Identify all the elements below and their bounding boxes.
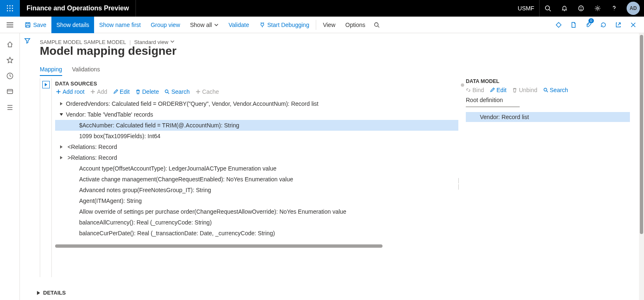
svg-point-5 xyxy=(12,8,13,9)
show-details-button[interactable]: Show details xyxy=(51,17,94,33)
ds-search-button[interactable]: Search xyxy=(165,88,189,95)
svg-point-1 xyxy=(10,5,11,7)
add-root-button[interactable]: Add root xyxy=(56,88,85,95)
edit-label: Edit xyxy=(120,88,130,95)
add-root-label: Add root xyxy=(63,88,85,95)
cache-label: Cache xyxy=(202,88,219,95)
dm-edit-label: Edit xyxy=(496,87,506,93)
recent-icon[interactable] xyxy=(0,68,20,84)
start-debugging-button[interactable]: Start Debugging xyxy=(254,17,314,33)
svg-point-15 xyxy=(614,10,614,10)
group-view-button[interactable]: Group view xyxy=(146,17,185,33)
splitter-dot xyxy=(461,83,464,87)
unbind-label: Unbind xyxy=(519,87,537,93)
save-button[interactable]: Save xyxy=(20,17,51,33)
show-all-button[interactable]: Show all xyxy=(185,17,224,33)
gear-icon[interactable] xyxy=(589,0,606,17)
save-label: Save xyxy=(33,22,46,28)
main: SAMPLE MODEL SAMPLE MODEL | Standard vie… xyxy=(35,33,639,300)
favorite-icon[interactable] xyxy=(0,52,20,68)
validate-button[interactable]: Validate xyxy=(223,17,254,33)
ap-diamond-icon[interactable] xyxy=(551,17,566,33)
tree-row[interactable]: balanceAllCurrency(): Real (_currencyCod… xyxy=(55,217,458,228)
tree-row[interactable]: Vendor: Table 'VendTable' records xyxy=(55,109,458,120)
tree-row[interactable]: Account type(OffsetAccountType): LedgerJ… xyxy=(55,163,458,174)
add-button: Add xyxy=(90,88,107,95)
splitter[interactable] xyxy=(456,178,461,190)
options-tab[interactable]: Options xyxy=(340,17,370,33)
datamodel-row-label: Vendor: Record list xyxy=(480,114,529,120)
view-tab[interactable]: View xyxy=(318,17,340,33)
show-name-first-button[interactable]: Show name first xyxy=(94,17,145,33)
svg-point-13 xyxy=(582,7,582,8)
root-definition-label: Root definition xyxy=(466,97,634,103)
tree-row-label: balanceAllCurrency(): Real (_currencyCod… xyxy=(79,219,212,226)
bell-icon[interactable] xyxy=(556,0,573,17)
ap-document-icon[interactable] xyxy=(566,17,581,33)
edit-button[interactable]: Edit xyxy=(113,88,130,95)
options-label: Options xyxy=(345,22,365,28)
dm-edit-button[interactable]: Edit xyxy=(490,87,506,93)
tree-row[interactable]: OrderedVendors: Calculated field = ORDER… xyxy=(55,98,458,109)
tree-row[interactable]: balanceCurPerDate(): Real (_transactionD… xyxy=(55,228,458,239)
svg-line-39 xyxy=(168,93,169,94)
tree-row[interactable]: 1099 box(Tax1099Fields): Int64 xyxy=(55,131,458,141)
ds-horizontal-scroll[interactable] xyxy=(55,244,392,249)
bind-button: Bind xyxy=(466,87,484,93)
tab-mapping[interactable]: Mapping xyxy=(40,63,62,76)
designer: DATA SOURCES Add root Add xyxy=(40,78,639,277)
svg-point-7 xyxy=(10,10,11,12)
delete-button[interactable]: Delete xyxy=(136,88,159,95)
tree-row[interactable]: Activate change management(ChangeRequest… xyxy=(55,174,458,185)
tree-row[interactable]: Advanced notes group(FreeNotesGroup_IT):… xyxy=(55,185,458,195)
left-rail xyxy=(0,33,20,300)
page-scrollbar[interactable] xyxy=(639,33,644,300)
workspace-icon[interactable] xyxy=(0,84,20,100)
tree-row[interactable]: <Relations: Record xyxy=(55,141,458,152)
smile-icon[interactable] xyxy=(573,0,589,17)
svg-rect-26 xyxy=(7,90,12,94)
actionpane-search-button[interactable] xyxy=(370,17,383,33)
tree-row-label: $AccNumber: Calculated field = TRIM(@.Ac… xyxy=(79,122,239,129)
filter-icon[interactable] xyxy=(24,37,31,45)
tree-row-label: Allow override of settings per purchase … xyxy=(79,208,346,215)
expand-ds-types-button[interactable] xyxy=(42,81,50,88)
svg-point-42 xyxy=(544,88,547,91)
tabs: Mapping Validations xyxy=(40,63,639,76)
hamburger-icon[interactable] xyxy=(0,17,20,33)
show-name-first-label: Show name first xyxy=(99,22,140,28)
ds-tree: OrderedVendors: Calculated field = ORDER… xyxy=(55,98,458,242)
svg-line-43 xyxy=(547,91,548,92)
tree-row[interactable]: >Relations: Record xyxy=(55,152,458,163)
ap-attach-icon[interactable]: 0 xyxy=(581,17,596,33)
help-icon[interactable] xyxy=(606,0,622,17)
dm-search-button[interactable]: Search xyxy=(543,87,568,93)
legal-entity[interactable]: USMF xyxy=(513,0,540,17)
svg-line-10 xyxy=(549,10,551,11)
search-icon[interactable] xyxy=(540,0,556,17)
svg-point-12 xyxy=(580,7,581,8)
ap-popout-icon[interactable] xyxy=(611,17,626,33)
page-title: Model mapping designer xyxy=(40,44,639,58)
avatar[interactable]: AD xyxy=(627,2,640,15)
tree-row-label: Vendor: Table 'VendTable' records xyxy=(66,111,153,118)
details-bar[interactable]: DETAILS xyxy=(35,285,639,300)
tree-row[interactable]: Allow override of settings per purchase … xyxy=(55,206,458,217)
ap-refresh-icon[interactable] xyxy=(596,17,611,33)
svg-point-8 xyxy=(12,10,13,12)
datasources-column: DATA SOURCES Add root Add xyxy=(40,78,458,277)
ap-close-icon[interactable] xyxy=(626,17,641,33)
svg-point-21 xyxy=(374,22,378,26)
dm-search-label: Search xyxy=(550,87,568,93)
svg-point-4 xyxy=(10,8,11,9)
module-icon[interactable] xyxy=(0,100,20,115)
dm-divider xyxy=(466,107,520,107)
tree-row[interactable]: Agent(ITMAgent): String xyxy=(55,195,458,206)
tree-row[interactable]: $AccNumber: Calculated field = TRIM(@.Ac… xyxy=(55,120,458,131)
datamodel-row[interactable]: Vendor: Record list xyxy=(466,112,630,122)
tab-validations[interactable]: Validations xyxy=(72,63,100,76)
content: SAMPLE MODEL SAMPLE MODEL | Standard vie… xyxy=(20,33,644,300)
actionpane: Save Show details Show name first Group … xyxy=(0,17,644,33)
home-icon[interactable] xyxy=(0,37,20,52)
app-launcher-button[interactable] xyxy=(0,0,20,17)
